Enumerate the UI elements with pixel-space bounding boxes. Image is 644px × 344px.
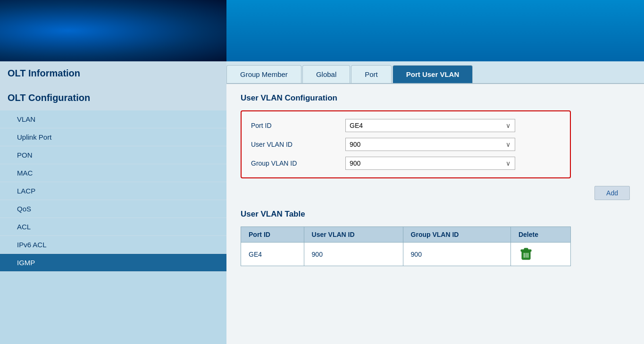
globe-graphic	[0, 0, 226, 61]
group-vlan-id-label: Group VLAN ID	[251, 159, 345, 167]
cell-group-vlan-id: 900	[403, 243, 510, 266]
sidebar-item-ipv6-acl[interactable]: IPv6 ACL	[0, 236, 226, 254]
sidebar: OLT Information OLT Configuration VLAN U…	[0, 61, 226, 344]
col-header-port-id: Port ID	[241, 227, 304, 243]
sidebar-item-qos[interactable]: QoS	[0, 200, 226, 218]
port-id-label: Port ID	[251, 122, 345, 129]
group-vlan-id-select-wrapper: 900	[345, 157, 515, 170]
main-layout: OLT Information OLT Configuration VLAN U…	[0, 61, 644, 344]
group-vlan-id-row: Group VLAN ID 900	[251, 157, 560, 170]
add-button[interactable]: Add	[594, 186, 630, 200]
port-id-select[interactable]: GE4 GE1 GE2 GE3	[345, 119, 515, 132]
sidebar-item-acl[interactable]: ACL	[0, 218, 226, 236]
config-section-title: User VLAN Configuration	[241, 93, 630, 103]
config-box: Port ID GE4 GE1 GE2 GE3 User VLAN ID	[241, 110, 571, 178]
sidebar-item-olt-information[interactable]: OLT Information	[0, 61, 226, 86]
col-header-user-vlan-id: User VLAN ID	[304, 227, 403, 243]
sidebar-item-olt-configuration[interactable]: OLT Configuration	[0, 86, 226, 110]
add-button-row: Add	[241, 186, 630, 200]
col-header-group-vlan-id: Group VLAN ID	[403, 227, 510, 243]
user-vlan-id-select-wrapper: 900	[345, 138, 515, 151]
sidebar-item-igmp[interactable]: IGMP	[0, 254, 226, 272]
tabs-bar: Group Member Global Port Port User VLAN	[226, 61, 644, 84]
banner-right	[226, 0, 644, 61]
top-banner	[0, 0, 644, 61]
group-vlan-id-select[interactable]: 900	[345, 157, 515, 170]
trash-icon	[519, 247, 533, 260]
port-id-select-wrapper: GE4 GE1 GE2 GE3	[345, 119, 515, 132]
tab-global[interactable]: Global	[302, 65, 350, 83]
sidebar-item-mac[interactable]: MAC	[0, 164, 226, 182]
cell-delete	[510, 243, 570, 266]
content-body: User VLAN Configuration Port ID GE4 GE1 …	[226, 84, 644, 344]
content-area: Group Member Global Port Port User VLAN …	[226, 61, 644, 344]
user-vlan-id-row: User VLAN ID 900	[251, 138, 560, 151]
col-header-delete: Delete	[510, 227, 570, 243]
sidebar-item-pon[interactable]: PON	[0, 146, 226, 164]
cell-user-vlan-id: 900	[304, 243, 403, 266]
user-vlan-id-label: User VLAN ID	[251, 141, 345, 148]
cell-port-id: GE4	[241, 243, 304, 266]
tab-group-member[interactable]: Group Member	[226, 65, 301, 83]
sidebar-item-lacp[interactable]: LACP	[0, 182, 226, 200]
svg-rect-2	[524, 248, 528, 250]
tab-port[interactable]: Port	[351, 65, 392, 83]
table-section-title: User VLAN Table	[241, 210, 630, 219]
tab-port-user-vlan[interactable]: Port User VLAN	[393, 65, 473, 83]
port-id-row: Port ID GE4 GE1 GE2 GE3	[251, 119, 560, 132]
sidebar-item-uplink-port[interactable]: Uplink Port	[0, 128, 226, 146]
vlan-table: Port ID User VLAN ID Group VLAN ID Delet…	[241, 227, 571, 266]
table-row: GE4 900 900	[241, 243, 571, 266]
delete-button[interactable]	[519, 246, 534, 261]
banner-left	[0, 0, 226, 61]
user-vlan-id-select[interactable]: 900	[345, 138, 515, 151]
sidebar-item-vlan[interactable]: VLAN	[0, 110, 226, 128]
